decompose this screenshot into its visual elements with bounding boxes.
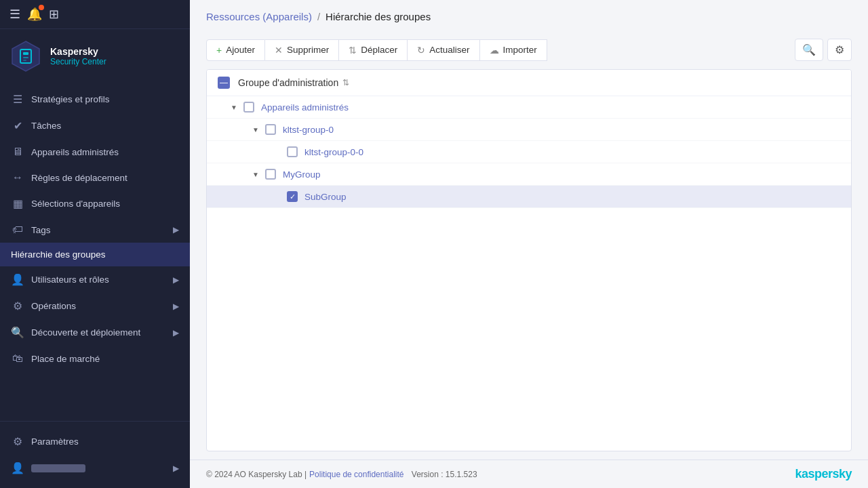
main-content: Ressources (Appareils) / Hiérarchie des … — [190, 0, 868, 488]
row-checkbox[interactable] — [287, 146, 298, 157]
row-label: kltst-group-0-0 — [304, 147, 363, 157]
sidebar-item-users[interactable]: 👤 Utilisateurs et rôles ▶ — [0, 266, 190, 293]
sidebar-item-devices[interactable]: 🖥 Appareils administrés — [0, 139, 190, 165]
sidebar-item-label: Sélections d'appareils — [31, 199, 120, 209]
add-icon: + — [216, 45, 222, 56]
page-footer: © 2024 AO Kaspersky Lab | Politique de c… — [190, 460, 868, 488]
expand-icon[interactable]: ▼ — [229, 102, 239, 113]
tree-row[interactable]: kltst-group-0-0 — [207, 141, 851, 163]
operations-expand-arrow: ▶ — [173, 302, 179, 311]
sidebar-item-selections[interactable]: ▦ Sélections d'appareils — [0, 190, 190, 217]
notifications-button[interactable]: 🔔 — [27, 7, 42, 22]
delete-label: Supprimer — [287, 45, 329, 55]
nav-items: ☰ Stratégies et profils ✔ Tâches 🖥 Appar… — [0, 83, 190, 421]
tags-expand-arrow: ▶ — [173, 225, 179, 235]
menu-button[interactable]: ☰ — [9, 7, 20, 22]
strategies-icon: ☰ — [11, 93, 24, 106]
svg-rect-4 — [23, 60, 26, 61]
footer-version: Version : 15.1.523 — [412, 470, 477, 479]
row-checkbox[interactable] — [265, 169, 276, 180]
sidebar-item-hierarchy[interactable]: Hiérarchie des groupes — [0, 243, 190, 266]
brand-name: Kaspersky — [50, 46, 106, 57]
expand-icon[interactable]: ▼ — [250, 169, 261, 180]
row-label: SubGroup — [304, 192, 347, 202]
tree-row[interactable]: ✓ SubGroup — [207, 186, 851, 208]
sidebar-item-settings[interactable]: ⚙ Paramètres — [0, 428, 190, 455]
sidebar-item-tasks[interactable]: ✔ Tâches — [0, 113, 190, 139]
row-checkbox[interactable] — [243, 102, 254, 113]
footer-copyright: © 2024 AO Kaspersky Lab | — [206, 470, 307, 479]
user-row[interactable]: 👤 ▶ — [0, 455, 190, 481]
discovery-icon: 🔍 — [11, 326, 24, 339]
import-icon: ☁ — [490, 45, 499, 56]
sidebar-item-label: Appareils administrés — [31, 147, 119, 157]
import-button[interactable]: ☁ Importer — [480, 39, 547, 61]
sidebar-header: ☰ 🔔 ⊞ — [0, 0, 190, 29]
row-label: Appareils administrés — [261, 102, 349, 113]
panels-button[interactable]: ⊞ — [49, 7, 59, 22]
breadcrumb-separator: / — [317, 11, 320, 22]
tree-header: — Groupe d'administration ⇅ — [207, 70, 851, 96]
sidebar-item-marketplace[interactable]: 🛍 Place de marché — [0, 346, 190, 371]
toolbar: + Ajouter ✕ Supprimer ⇅ Déplacer ↻ Actua… — [190, 33, 868, 61]
devices-icon: 🖥 — [11, 146, 24, 158]
sidebar-item-label: Paramètres — [31, 436, 79, 447]
tree-row[interactable]: ▼ Appareils administrés — [207, 96, 851, 119]
row-label: kltst-group-0 — [283, 125, 334, 135]
privacy-policy-link[interactable]: Politique de confidentialité — [309, 470, 403, 479]
svg-rect-3 — [23, 57, 28, 58]
move-button[interactable]: ⇅ Déplacer — [339, 39, 408, 61]
logo-hexagon-icon — [9, 40, 42, 73]
sidebar-item-label: Découverte et déploiement — [31, 327, 140, 338]
breadcrumb-parent-link[interactable]: Ressources (Appareils) — [206, 11, 312, 22]
filter-icon: ⚙ — [835, 44, 844, 56]
row-label: MyGroup — [283, 169, 321, 180]
search-button[interactable]: 🔍 — [795, 39, 823, 61]
tree-row[interactable]: ▼ MyGroup — [207, 163, 851, 186]
sidebar-item-discovery[interactable]: 🔍 Découverte et déploiement ▶ — [0, 319, 190, 346]
sort-icon: ⇅ — [342, 78, 349, 87]
tree-header-label: Groupe d'administration ⇅ — [238, 77, 349, 88]
sidebar-footer: ⚙ Paramètres 👤 ▶ — [0, 421, 190, 488]
notification-badge — [39, 5, 44, 10]
add-label: Ajouter — [226, 45, 255, 55]
tree-area: — Groupe d'administration ⇅ ▼ Appareils … — [206, 69, 852, 451]
sidebar: ☰ 🔔 ⊞ Kaspersky Security Center ☰ — [0, 0, 190, 488]
svg-rect-2 — [23, 52, 28, 55]
tree-row[interactable]: ▼ kltst-group-0 — [207, 119, 851, 141]
sidebar-item-tags[interactable]: 🏷 Tags ▶ — [0, 217, 190, 243]
delete-button[interactable]: ✕ Supprimer — [265, 39, 339, 61]
breadcrumb: Ressources (Appareils) / Hiérarchie des … — [190, 0, 868, 33]
search-icon: 🔍 — [802, 44, 816, 56]
tasks-icon: ✔ — [11, 119, 24, 132]
sidebar-item-label: Hiérarchie des groupes — [11, 249, 106, 260]
row-checkbox[interactable] — [265, 124, 276, 135]
user-expand-arrow: ▶ — [173, 464, 179, 473]
sidebar-item-strategies[interactable]: ☰ Stratégies et profils — [0, 86, 190, 113]
sidebar-item-rules[interactable]: ↔ Règles de déplacement — [0, 165, 190, 190]
delete-icon: ✕ — [275, 45, 283, 56]
selections-icon: ▦ — [11, 197, 24, 210]
marketplace-icon: 🛍 — [11, 352, 24, 365]
sidebar-item-operations[interactable]: ⚙ Opérations ▶ — [0, 293, 190, 319]
expand-icon[interactable]: ▼ — [250, 124, 261, 135]
sidebar-item-label: Règles de déplacement — [31, 173, 127, 183]
move-label: Déplacer — [361, 45, 397, 55]
add-button[interactable]: + Ajouter — [206, 39, 265, 61]
sidebar-item-label: Tâches — [31, 121, 61, 131]
header-checkbox[interactable]: — — [218, 77, 230, 89]
filter-button[interactable]: ⚙ — [827, 39, 852, 61]
product-name: Security Center — [50, 57, 106, 66]
operations-icon: ⚙ — [11, 300, 24, 312]
refresh-icon: ↻ — [417, 45, 425, 56]
panels-icon: ⊞ — [49, 7, 59, 22]
row-checkbox-checked[interactable]: ✓ — [287, 191, 298, 202]
user-avatar-icon: 👤 — [11, 462, 24, 474]
sidebar-item-label: Place de marché — [31, 354, 100, 364]
header-icon-group: ☰ 🔔 ⊞ — [9, 7, 59, 22]
refresh-button[interactable]: ↻ Actualiser — [408, 39, 479, 61]
breadcrumb-current: Hiérarchie des groupes — [326, 11, 431, 22]
discovery-expand-arrow: ▶ — [173, 328, 179, 338]
sidebar-item-label: Opérations — [31, 301, 76, 311]
rules-icon: ↔ — [11, 171, 24, 184]
